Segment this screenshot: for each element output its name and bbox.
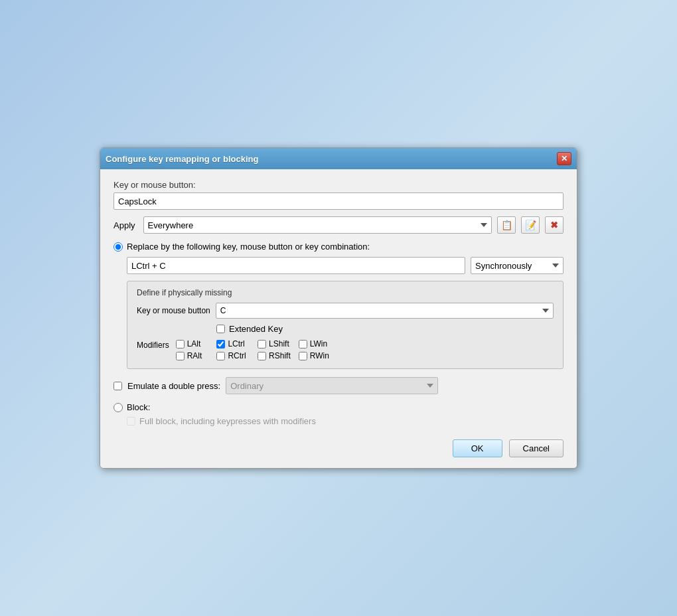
define-key-label: Key or mouse button: [137, 306, 210, 315]
lctrl-label: LCtrl: [228, 339, 244, 348]
modifiers-grid: LAlt LCtrl LShift LWin: [176, 339, 332, 360]
sync-dropdown[interactable]: Synchronously Asynchronously: [471, 257, 564, 274]
lctrl-checkbox[interactable]: [216, 340, 225, 348]
modifiers-row: Modifiers LAlt LCtrl LShift: [137, 339, 554, 360]
define-key-dropdown[interactable]: C A B D: [216, 303, 554, 319]
double-press-label: Emulate a double press:: [127, 381, 220, 391]
rwin-checkbox[interactable]: [299, 352, 307, 360]
rctrl-label: RCtrl: [228, 351, 246, 360]
define-key-row: Key or mouse button C A B D: [137, 303, 554, 319]
lshift-label: LShift: [269, 339, 289, 348]
button-row: OK Cancel: [113, 437, 564, 457]
rshift-checkbox[interactable]: [258, 352, 266, 360]
apply-label: Apply: [113, 220, 135, 230]
close-button[interactable]: ✕: [557, 152, 571, 165]
ralt-label: RAlt: [187, 351, 202, 360]
define-box: Define if physically missing Key or mous…: [127, 281, 564, 369]
key-combo-input[interactable]: [127, 257, 465, 274]
apply-dropdown[interactable]: Everywhere Current window Process name W…: [143, 216, 492, 234]
full-block-row: Full block, including keypresses with mo…: [127, 416, 564, 426]
double-press-row: Emulate a double press: Ordinary Fast Sl…: [113, 377, 564, 394]
dialog-configure-key-remapping: Configure key remapping or blocking ✕ Ke…: [100, 147, 577, 469]
dialog-body: Key or mouse button: Apply Everywhere Cu…: [100, 169, 577, 468]
cancel-button[interactable]: Cancel: [509, 439, 564, 457]
modifier-rshift: RShift: [258, 351, 291, 360]
modifier-lshift: LShift: [258, 339, 291, 348]
define-title: Define if physically missing: [137, 288, 554, 297]
replace-radio[interactable]: [113, 242, 123, 252]
paste-icon: 📝: [525, 220, 536, 230]
replace-radio-label: Replace by the following key, mouse butt…: [127, 242, 370, 252]
copy-icon: 📋: [501, 220, 512, 230]
block-radio-label: Block:: [127, 402, 150, 412]
lshift-checkbox[interactable]: [258, 340, 266, 348]
key-mouse-label: Key or mouse button:: [113, 180, 564, 190]
lwin-label: LWin: [310, 339, 327, 348]
extended-key-label: Extended Key: [229, 324, 283, 334]
rctrl-checkbox[interactable]: [216, 352, 225, 360]
rshift-label: RShift: [269, 351, 291, 360]
extended-key-row: Extended Key: [216, 324, 554, 334]
title-bar: Configure key remapping or blocking ✕: [100, 148, 577, 169]
modifier-lctrl: LCtrl: [216, 339, 250, 348]
key-mouse-input[interactable]: [113, 193, 564, 210]
modifier-rwin: RWin: [299, 351, 332, 360]
rwin-label: RWin: [310, 351, 329, 360]
replace-radio-row: Replace by the following key, mouse butt…: [113, 242, 564, 252]
copy-icon-button[interactable]: 📋: [497, 216, 516, 234]
full-block-checkbox[interactable]: [127, 417, 135, 425]
double-press-dropdown[interactable]: Ordinary Fast Slow: [226, 377, 438, 394]
modifiers-label: Modifiers: [137, 339, 169, 350]
apply-row: Apply Everywhere Current window Process …: [113, 216, 564, 234]
modifier-rctrl: RCtrl: [216, 351, 250, 360]
modifier-lwin: LWin: [299, 339, 332, 348]
ok-button[interactable]: OK: [453, 439, 502, 457]
block-radio[interactable]: [113, 403, 123, 412]
delete-icon: ✖: [550, 220, 558, 230]
paste-icon-button[interactable]: 📝: [521, 216, 540, 234]
block-radio-row: Block:: [113, 402, 564, 412]
full-block-label: Full block, including keypresses with mo…: [139, 416, 316, 426]
ralt-checkbox[interactable]: [176, 352, 185, 360]
lalt-label: LAlt: [187, 339, 201, 348]
lwin-checkbox[interactable]: [299, 340, 307, 348]
delete-icon-button[interactable]: ✖: [545, 216, 564, 234]
key-combo-row: Synchronously Asynchronously: [127, 257, 564, 274]
modifier-ralt: RAlt: [176, 351, 209, 360]
dialog-title: Configure key remapping or blocking: [106, 154, 258, 164]
modifier-lalt: LAlt: [176, 339, 209, 348]
lalt-checkbox[interactable]: [176, 340, 185, 348]
extended-key-checkbox[interactable]: [216, 325, 225, 333]
double-press-checkbox[interactable]: [113, 382, 122, 390]
